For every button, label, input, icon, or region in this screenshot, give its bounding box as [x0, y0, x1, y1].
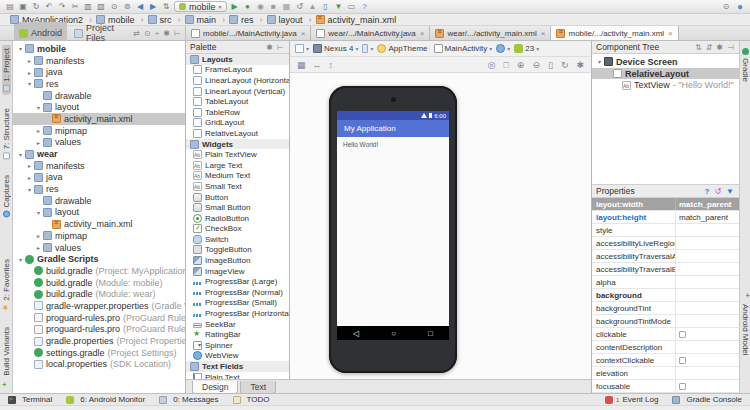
design-canvas[interactable]: 6:00 My Application Hello World! ◁○□ — [290, 73, 591, 379]
property-row[interactable]: accessibilityTraversalAft — [592, 250, 739, 263]
chevron-icon[interactable]: ▾ — [595, 58, 604, 65]
close-icon[interactable]: × — [668, 29, 673, 38]
match-height-icon[interactable]: ↕ — [327, 60, 336, 70]
property-row[interactable]: contentDescription — [592, 341, 739, 354]
property-value[interactable] — [676, 237, 739, 249]
status-bar-button[interactable]: 1 Event Log — [605, 395, 658, 404]
palette-item[interactable]: LinearLayout (Horizontal) — [186, 75, 289, 86]
property-value[interactable] — [676, 276, 739, 288]
palette-item[interactable]: ImageButton — [186, 255, 289, 266]
editor-tab[interactable]: wear/.../activity_main.xml × — [430, 26, 551, 40]
locate-icon[interactable]: ⊙ — [143, 29, 152, 38]
property-value[interactable]: match_parent — [676, 198, 739, 210]
compare-icon[interactable]: ⇅ — [161, 1, 171, 12]
palette-item[interactable]: TableLayout — [186, 96, 289, 107]
tree-row[interactable]: drawable — [13, 195, 185, 207]
palette-item[interactable]: ImageView — [186, 266, 289, 277]
palette-item[interactable]: ProgressBar (Normal) — [186, 287, 289, 298]
device-preview[interactable]: 6:00 My Application Hello World! ◁○□ — [329, 86, 457, 373]
palette-item[interactable]: CheckBox — [186, 224, 289, 235]
chevron-icon[interactable]: ▸ — [25, 57, 34, 64]
property-value[interactable] — [676, 328, 739, 340]
tree-row[interactable]: ▸ java — [13, 172, 185, 184]
checkbox[interactable] — [679, 331, 686, 338]
settings-icon[interactable]: ✱ — [715, 43, 724, 52]
chevron-icon[interactable]: ▸ — [25, 174, 34, 181]
chevron-icon[interactable]: ▾ — [25, 80, 34, 87]
property-row[interactable]: accessibilityTraversalBef — [592, 263, 739, 276]
tree-row[interactable]: gradle-wrapper.properties (Gradle Versio… — [13, 300, 185, 312]
tree-row[interactable]: TextView - "Hello World!" — [592, 79, 739, 91]
render-settings-icon[interactable]: ✱ — [574, 60, 586, 70]
palette-item[interactable]: Layouts — [186, 54, 289, 65]
chevron-icon[interactable]: ▸ — [34, 127, 43, 134]
redo-icon[interactable]: ↷ — [57, 1, 67, 12]
palette-item[interactable]: Small Button — [186, 202, 289, 213]
design-toolbar-control[interactable]: Nexus 4 ▾ — [313, 44, 358, 53]
design-toolbar-control[interactable]: ▾ — [496, 44, 510, 53]
undo-icon[interactable]: ↶ — [44, 1, 54, 12]
tree-row[interactable]: ▸ values — [13, 242, 185, 254]
palette-item[interactable]: Widgets — [186, 139, 289, 150]
tree-row[interactable]: build.gradle (Module: mobile) — [13, 277, 185, 289]
tree-row[interactable]: proguard-rules.pro (ProGuard Rules for m… — [13, 312, 185, 324]
zoom-in-icon[interactable]: ⊕ — [515, 60, 527, 70]
match-width-icon[interactable]: ↔ — [311, 60, 324, 70]
status-bar-button[interactable]: Terminal — [8, 395, 52, 404]
open-project-icon[interactable]: ▤ — [5, 1, 15, 12]
chevron-icon[interactable]: ▾ — [16, 256, 25, 263]
property-value[interactable] — [676, 367, 739, 379]
chevron-icon[interactable]: ▾ — [25, 186, 34, 193]
property-value[interactable] — [676, 315, 739, 327]
forward-icon[interactable]: ▶ — [148, 1, 158, 12]
design-toolbar-control[interactable]: MainActivity ▾ — [434, 44, 493, 53]
tree-row[interactable]: ▸ manifests — [13, 55, 185, 67]
variants-icon[interactable]: ▦ — [295, 60, 308, 70]
status-bar-button[interactable]: Gradle Console — [672, 395, 742, 404]
palette-item[interactable]: RadioButton — [186, 213, 289, 224]
palette-item[interactable]: ProgressBar (Large) — [186, 276, 289, 287]
breadcrumb-item[interactable]: layout › — [265, 15, 314, 25]
search-everywhere-icon[interactable]: ⊙ — [721, 1, 731, 12]
design-toolbar-control[interactable]: 23 ▾ — [514, 44, 539, 53]
palette-item[interactable]: RatingBar — [186, 329, 289, 340]
property-value[interactable] — [676, 341, 739, 353]
tool-window-button[interactable]: Android Model — [741, 291, 750, 359]
property-row[interactable]: elevation — [592, 367, 739, 380]
tool-window-button[interactable]: 1: Project — [2, 45, 11, 95]
tree-row[interactable]: ▾ mobile — [13, 43, 185, 55]
avd-manager-icon[interactable]: ▯ — [321, 1, 331, 12]
sdk-manager-icon[interactable]: ▼ — [334, 1, 344, 12]
replace-icon[interactable]: ⊚ — [122, 1, 132, 12]
cut-icon[interactable]: ✂ — [70, 1, 80, 12]
property-value[interactable] — [676, 289, 739, 301]
tree-row[interactable]: settings.gradle (Project Settings) — [13, 347, 185, 359]
palette-item[interactable]: GridLayout — [186, 118, 289, 129]
property-value[interactable] — [676, 380, 739, 392]
chevron-icon[interactable]: ▸ — [25, 162, 34, 169]
property-row[interactable]: backgroundTintMode — [592, 315, 739, 328]
tree-row[interactable]: build.gradle (Module: wear) — [13, 288, 185, 300]
tree-row[interactable]: drawable — [13, 90, 185, 102]
tree-row[interactable]: local.properties (SDK Location) — [13, 359, 185, 371]
tree-row[interactable]: ▸ manifests — [13, 160, 185, 172]
tool-window-button[interactable]: Captures — [2, 172, 11, 220]
property-row[interactable]: background — [592, 289, 739, 302]
property-value[interactable] — [676, 302, 739, 314]
run-configuration-select[interactable]: mobile ▾ — [174, 1, 227, 12]
tree-row[interactable]: ▾ Device Screen — [592, 56, 739, 68]
palette-item[interactable]: FrameLayout — [186, 65, 289, 76]
status-bar-button[interactable]: 6: Android Monitor — [66, 395, 145, 404]
close-icon[interactable]: × — [420, 29, 425, 38]
design-toolbar-control[interactable]: ▾ — [295, 44, 309, 53]
editor-tab[interactable]: mobile/.../activity_main.xml × — [551, 26, 678, 40]
palette-item[interactable]: Large Text — [186, 160, 289, 171]
chevron-icon[interactable]: ▸ — [34, 232, 43, 239]
palette-item[interactable]: SeekBar — [186, 319, 289, 330]
tree-row[interactable]: proguard-rules.pro (ProGuard Rules for w… — [13, 324, 185, 336]
palette-item[interactable]: Small Text — [186, 181, 289, 192]
reset-icon[interactable]: ↺ — [713, 187, 722, 196]
editor-mode-tab[interactable]: Design — [192, 381, 238, 394]
tree-row[interactable]: ▾ res — [13, 78, 185, 90]
palette-item[interactable]: TableRow — [186, 107, 289, 118]
